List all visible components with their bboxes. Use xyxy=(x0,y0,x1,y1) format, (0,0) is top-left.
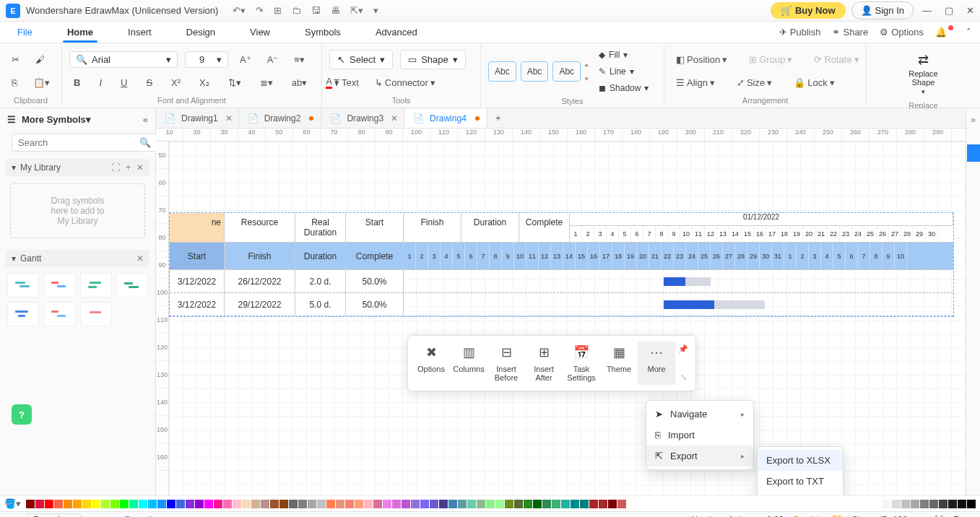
color-swatch[interactable] xyxy=(26,500,35,508)
ribbon-collapse-icon[interactable]: ˄ xyxy=(966,27,971,38)
toolbar-more[interactable]: ⋯More xyxy=(638,342,675,385)
menu-advanced[interactable]: Advanced xyxy=(358,22,435,43)
toolbar-insert-before[interactable]: ⊟Insert Before xyxy=(487,342,525,385)
color-swatch[interactable] xyxy=(477,500,485,508)
add-tab-button[interactable]: + xyxy=(487,108,509,128)
export-icon[interactable]: ⇱▾ xyxy=(350,5,363,16)
color-swatch[interactable] xyxy=(35,500,44,508)
text-tool-button[interactable]: T Text xyxy=(329,74,363,91)
style-scroll-down-icon[interactable]: ▾ xyxy=(585,75,589,82)
toolbar-insert-after[interactable]: ⊞Insert After xyxy=(525,342,563,385)
gantt-close-icon[interactable]: ✕ xyxy=(136,253,144,264)
copy-icon[interactable]: ⎘ xyxy=(7,74,22,91)
color-swatch[interactable] xyxy=(242,500,251,508)
gray-swatch[interactable] xyxy=(929,500,938,508)
color-swatch[interactable] xyxy=(129,500,138,508)
shape-tool-button[interactable]: ▭ Shape▾ xyxy=(400,50,466,69)
color-swatch[interactable] xyxy=(420,500,429,508)
color-swatch[interactable] xyxy=(167,500,175,508)
resize-icon[interactable]: ⤡ xyxy=(680,373,687,382)
gantt-chart[interactable]: ne Resource Real Duration Start Finish D… xyxy=(169,212,954,317)
document-tab[interactable]: 📄Drawing4 xyxy=(404,108,487,128)
color-swatch[interactable] xyxy=(195,500,204,508)
gantt-shape-7[interactable] xyxy=(80,302,112,326)
help-icon[interactable]: ? xyxy=(12,404,32,425)
color-swatch[interactable] xyxy=(467,500,476,508)
menu-navigate[interactable]: ➤Navigate▸ xyxy=(646,404,753,425)
color-swatch[interactable] xyxy=(223,500,232,508)
group-button[interactable]: ⊞ Group▾ xyxy=(745,51,797,68)
color-swatch[interactable] xyxy=(589,500,598,508)
color-swatch[interactable] xyxy=(458,500,467,508)
lib-expand-icon[interactable]: ⛶ xyxy=(111,162,120,173)
color-swatch[interactable] xyxy=(233,500,241,508)
gray-swatch[interactable] xyxy=(911,500,919,508)
style-preset-2[interactable]: Abc xyxy=(521,61,549,82)
maximize-icon[interactable]: ▢ xyxy=(945,5,953,16)
symbols-menu-icon[interactable]: ☰ xyxy=(7,114,16,125)
export-option[interactable]: Export to CSV xyxy=(758,492,843,495)
options-button[interactable]: ⚙ Options xyxy=(880,27,924,38)
document-tab[interactable]: 📄Drawing3✕ xyxy=(321,108,404,128)
color-swatch[interactable] xyxy=(495,500,504,508)
bold-icon[interactable]: B xyxy=(69,74,84,91)
cut-icon[interactable]: ✂ xyxy=(7,51,24,68)
color-swatch[interactable] xyxy=(289,500,298,508)
more-symbols-button[interactable]: More Symbols▾ xyxy=(22,114,91,125)
color-swatch[interactable] xyxy=(402,500,410,508)
menu-design[interactable]: Design xyxy=(169,22,233,43)
select-tool-button[interactable]: ↖ Select▾ xyxy=(329,50,393,69)
color-swatch[interactable] xyxy=(542,500,551,508)
toolbar-options[interactable]: ✖Options xyxy=(412,342,450,385)
connector-tool-button[interactable]: ↳ Connector▾ xyxy=(370,74,440,91)
add-page-icon[interactable]: + xyxy=(108,515,113,518)
new-icon[interactable]: ⊞ xyxy=(274,5,282,16)
color-swatch[interactable] xyxy=(120,500,129,508)
fill-bucket-icon[interactable]: 🪣▾ xyxy=(4,498,21,509)
my-library-section[interactable]: ▾ My Library⛶+✕ xyxy=(6,159,149,176)
pages-icon[interactable]: ▥ xyxy=(7,515,15,518)
superscript-icon[interactable]: X² xyxy=(167,74,185,91)
color-swatch[interactable] xyxy=(571,500,579,508)
color-swatch[interactable] xyxy=(176,500,185,508)
replace-shape-button[interactable]: ⇄ Replace Shape▾ xyxy=(874,48,973,100)
color-swatch[interactable] xyxy=(186,500,194,508)
gantt-shape-6[interactable] xyxy=(43,302,75,326)
document-tab[interactable]: 📄Drawing2 xyxy=(239,108,322,128)
decrease-font-icon[interactable]: A⁻ xyxy=(263,51,283,68)
document-tab[interactable]: 📄Drawing1✕ xyxy=(156,108,239,128)
color-swatch[interactable] xyxy=(364,500,373,508)
rotate-button[interactable]: ⟳ Rotate▾ xyxy=(810,51,863,68)
gray-swatch[interactable] xyxy=(948,500,957,508)
color-swatch[interactable] xyxy=(383,500,391,508)
color-swatch[interactable] xyxy=(45,500,53,508)
color-swatch[interactable] xyxy=(524,500,532,508)
format-painter-icon[interactable]: 🖌 xyxy=(31,51,49,68)
color-swatch[interactable] xyxy=(110,500,119,508)
gray-swatch[interactable] xyxy=(958,500,966,508)
lock-button[interactable]: 🔒 Lock▾ xyxy=(789,74,838,91)
color-swatch[interactable] xyxy=(73,500,82,508)
size-button[interactable]: ⤢ Size▾ xyxy=(732,74,776,91)
page-tab[interactable]: Page-1 xyxy=(125,515,153,518)
style-scroll-up-icon[interactable]: ▴ xyxy=(585,61,589,68)
color-swatch[interactable] xyxy=(251,500,260,508)
undo-icon[interactable]: ↶▾ xyxy=(233,5,246,16)
shadow-button[interactable]: ◼ Shadow▾ xyxy=(599,83,649,93)
close-icon[interactable]: ✕ xyxy=(966,5,974,16)
search-input[interactable] xyxy=(18,137,139,148)
color-swatch[interactable] xyxy=(101,500,110,508)
align-button[interactable]: ☰ Align▾ xyxy=(672,74,719,91)
save-icon[interactable]: 🖫 xyxy=(311,5,321,16)
gray-swatch[interactable] xyxy=(892,500,901,508)
color-swatch[interactable] xyxy=(448,500,457,508)
color-swatch[interactable] xyxy=(261,500,269,508)
menu-home[interactable]: Home xyxy=(50,22,110,43)
color-swatch[interactable] xyxy=(82,500,91,508)
gray-swatch[interactable] xyxy=(967,500,976,508)
menu-insert[interactable]: Insert xyxy=(110,22,169,43)
page-dropdown-icon[interactable]: ▾ xyxy=(92,515,97,518)
fit-icon[interactable]: ⛶ xyxy=(935,515,943,518)
color-swatch[interactable] xyxy=(580,500,589,508)
color-swatch[interactable] xyxy=(430,500,438,508)
